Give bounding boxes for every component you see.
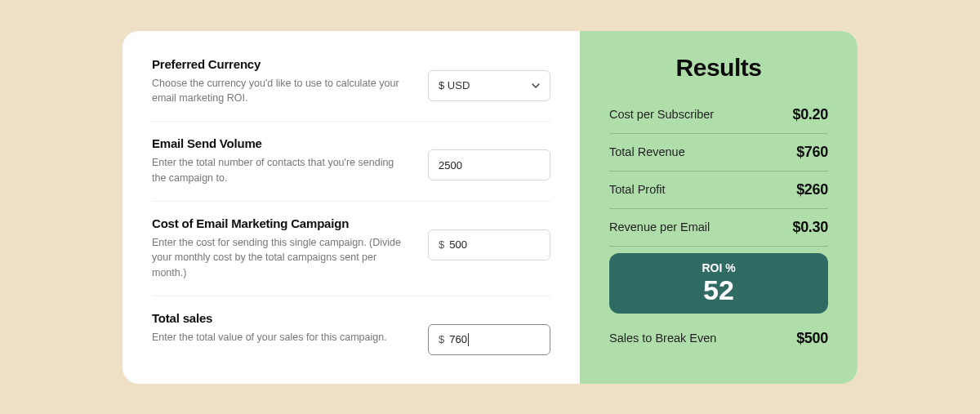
sales-value: 760 xyxy=(449,333,467,345)
result-value: $500 xyxy=(796,330,828,347)
results-title: Results xyxy=(609,54,828,82)
result-label: Total Revenue xyxy=(609,145,685,158)
sales-prefix: $ xyxy=(439,333,444,345)
sales-input[interactable]: $ 760 xyxy=(428,324,550,355)
roi-calculator-card: Preferred Currency Choose the currency y… xyxy=(122,31,858,384)
cost-input[interactable]: $ 500 xyxy=(428,229,550,260)
results-panel: Results Cost per Subscriber $0.20 Total … xyxy=(580,31,858,384)
result-row-total-profit: Total Profit $260 xyxy=(609,171,828,209)
cost-desc: Enter the cost for sending this single c… xyxy=(152,235,408,281)
result-value: $0.20 xyxy=(792,106,828,123)
roi-value: 52 xyxy=(609,276,828,304)
result-label: Revenue per Email xyxy=(609,220,710,234)
roi-box: ROI % 52 xyxy=(609,253,828,314)
result-label: Cost per Subscriber xyxy=(609,108,714,121)
result-label: Sales to Break Even xyxy=(609,332,716,345)
field-cost: Cost of Email Marketing Campaign Enter t… xyxy=(152,216,550,296)
currency-selected-value: $ USD xyxy=(439,79,470,91)
field-sales: Total sales Enter the total value of you… xyxy=(152,311,550,355)
result-value: $760 xyxy=(796,144,828,161)
field-volume: Email Send Volume Enter the total number… xyxy=(152,136,550,202)
result-label: Total Profit xyxy=(609,183,666,196)
currency-label: Preferred Currency xyxy=(152,57,408,71)
result-row-cost-per-subscriber: Cost per Subscriber $0.20 xyxy=(609,96,828,134)
result-row-total-revenue: Total Revenue $760 xyxy=(609,134,828,171)
sales-label: Total sales xyxy=(152,311,408,325)
cost-label: Cost of Email Marketing Campaign xyxy=(152,216,408,230)
currency-select[interactable]: $ USD xyxy=(428,70,550,101)
result-row-break-even: Sales to Break Even $500 xyxy=(609,320,828,357)
volume-value: 2500 xyxy=(439,159,462,171)
volume-desc: Enter the total number of contacts that … xyxy=(152,155,408,186)
volume-label: Email Send Volume xyxy=(152,136,408,150)
text-cursor xyxy=(468,333,469,346)
sales-desc: Enter the total value of your sales for … xyxy=(152,330,408,345)
result-value: $260 xyxy=(796,181,828,198)
roi-label: ROI % xyxy=(609,261,828,274)
result-row-revenue-per-email: Revenue per Email $0.30 xyxy=(609,209,828,247)
cost-prefix: $ xyxy=(439,238,444,251)
field-currency: Preferred Currency Choose the currency y… xyxy=(152,57,550,122)
currency-desc: Choose the currency you'd like to use to… xyxy=(152,76,408,107)
result-value: $0.30 xyxy=(792,219,828,236)
chevron-down-icon xyxy=(532,82,540,90)
form-panel: Preferred Currency Choose the currency y… xyxy=(122,31,580,384)
cost-value: 500 xyxy=(449,238,467,251)
volume-input[interactable]: 2500 xyxy=(428,149,550,180)
